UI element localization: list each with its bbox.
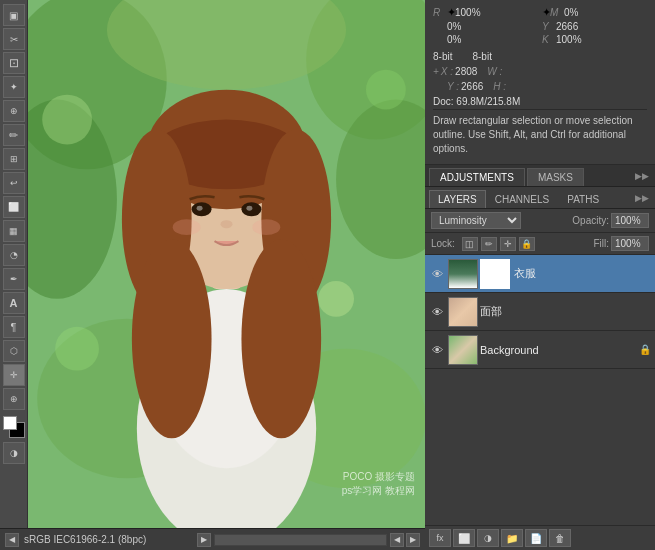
layer-name-mianbu: 面部 (480, 304, 651, 319)
cmyk-info-right: ✦ M 0% Y 2666 K 100% (542, 6, 647, 47)
blend-mode-select[interactable]: Luminosity Normal Multiply Screen Overla… (431, 212, 521, 229)
w-label: W : (487, 66, 502, 77)
doc-info: Doc: 69.8M/215.8M (433, 94, 647, 109)
svg-point-9 (366, 70, 406, 110)
status-scrollbar[interactable] (214, 534, 388, 546)
right-column: R ✦ 100% 0% 0% ✦ M (425, 0, 655, 550)
layer-panel-expand[interactable]: ▶▶ (633, 190, 651, 208)
tab-channels[interactable]: CHANNELS (486, 190, 558, 208)
watermark-line1: POCO 摄影专题 (342, 470, 415, 484)
svg-point-8 (42, 95, 92, 145)
svg-point-27 (173, 219, 201, 235)
layers-panel: Luminosity Normal Multiply Screen Overla… (425, 209, 655, 550)
tab-adjustments[interactable]: ADJUSTMENTS (429, 168, 525, 186)
tool-crop[interactable]: ⊡ (3, 52, 25, 74)
svg-point-24 (197, 206, 203, 211)
group-button[interactable]: 📁 (501, 529, 523, 547)
tool-eraser[interactable]: ⬜ (3, 196, 25, 218)
fill-value[interactable]: 100% (611, 236, 649, 251)
tool-zoom[interactable]: ⊕ (3, 388, 25, 410)
layer-eye-mianbu[interactable]: 👁 (429, 304, 445, 320)
watermark-line2: ps学习网 教程网 (342, 484, 415, 498)
adjustment-button[interactable]: ◑ (477, 529, 499, 547)
panel-expand-icon[interactable]: ▶▶ (633, 168, 651, 186)
lock-position-btn[interactable]: ✛ (500, 237, 516, 251)
tool-pen[interactable]: ✒ (3, 268, 25, 290)
tab-paths[interactable]: PATHS (558, 190, 608, 208)
add-mask-button[interactable]: ⬜ (453, 529, 475, 547)
lock-transparent-btn[interactable]: ◫ (462, 237, 478, 251)
layer-thumb-yifu (448, 259, 478, 289)
tool-eyedropper[interactable]: ✦ (3, 76, 25, 98)
tab-masks[interactable]: MASKS (527, 168, 584, 186)
layer-name-yifu: 衣服 (514, 266, 651, 281)
tool-history[interactable]: ↩ (3, 172, 25, 194)
new-layer-button[interactable]: 📄 (525, 529, 547, 547)
tool-shape[interactable]: ⬡ (3, 340, 25, 362)
layer-item-mianbu[interactable]: 👁 面部 (425, 293, 655, 331)
layers-toolbar: Luminosity Normal Multiply Screen Overla… (425, 209, 655, 233)
layer-eye-background[interactable]: 👁 (429, 342, 445, 358)
h-label: H : (493, 81, 506, 92)
tool-paragraph[interactable]: ¶ (3, 316, 25, 338)
svg-point-21 (241, 239, 321, 438)
opacity-label: Opacity: (572, 215, 609, 226)
colorimeter2-icon: ✦ (542, 6, 550, 19)
r-value: 100% (455, 7, 481, 18)
delete-layer-button[interactable]: 🗑 (549, 529, 571, 547)
k-label: K (542, 34, 556, 45)
layer-item-yifu[interactable]: 👁 衣服 (425, 255, 655, 293)
fill-group: Fill: 100% (593, 236, 649, 251)
tool-clone[interactable]: ⊞ (3, 148, 25, 170)
svg-point-25 (246, 206, 252, 211)
tool-text[interactable]: A (3, 292, 25, 314)
status-scroll-left[interactable]: ◀ (390, 533, 404, 547)
tool-brush[interactable]: ✏ (3, 124, 25, 146)
layer-thumb-background (448, 335, 478, 365)
y-value2: 2666 (461, 81, 483, 92)
opacity-group: Opacity: 100% (572, 213, 649, 228)
portrait-svg (28, 0, 425, 528)
photo-background: POCO 摄影专题 ps学习网 教程网 (28, 0, 425, 528)
tool-gradient[interactable]: ▦ (3, 220, 25, 242)
layer-mask-yifu (480, 259, 510, 289)
info-area: R ✦ 100% 0% 0% ✦ M (425, 0, 655, 165)
opacity-value[interactable]: 100% (611, 213, 649, 228)
tool-move[interactable]: ✛ (3, 364, 25, 386)
layer-lock-background: 🔒 (639, 344, 651, 355)
tab-layers[interactable]: LAYERS (429, 190, 486, 208)
tool-lasso[interactable]: ✂ (3, 28, 25, 50)
tools-strip: ▣ ✂ ⊡ ✦ ⊕ ✏ ⊞ ↩ ⬜ ▦ ◔ ✒ A ¶ ⬡ ✛ ⊕ (0, 0, 28, 528)
fx-button[interactable]: fx (429, 529, 451, 547)
coords-row: + X : 2808 W : (433, 64, 647, 79)
status-next-btn[interactable]: ▶ (197, 533, 211, 547)
r-label: R (433, 7, 447, 18)
tool-marquee[interactable]: ▣ (3, 4, 25, 26)
y-group: Y : 2666 (433, 81, 483, 92)
layer-eye-yifu[interactable]: 👁 (429, 266, 445, 282)
main-area: ▣ ✂ ⊡ ✦ ⊕ ✏ ⊞ ↩ ⬜ ▦ ◔ ✒ A ¶ ⬡ ✛ ⊕ (0, 0, 655, 550)
layer-item-background[interactable]: 👁 Background 🔒 (425, 331, 655, 369)
status-prev-btn[interactable]: ◀ (5, 533, 19, 547)
rgb-info-left: R ✦ 100% 0% 0% (433, 6, 538, 47)
tool-healing[interactable]: ⊕ (3, 100, 25, 122)
watermark: POCO 摄影专题 ps学习网 教程网 (342, 470, 415, 498)
bit-depth-right: 8-bit (472, 51, 491, 62)
lock-image-btn[interactable]: ✏ (481, 237, 497, 251)
color-swatches[interactable] (3, 416, 25, 438)
tool-dodge[interactable]: ◔ (3, 244, 25, 266)
x-value: 2808 (455, 66, 477, 77)
status-scroll-right[interactable]: ▶ (406, 533, 420, 547)
y-label: Y (542, 21, 556, 32)
color-profile: sRGB IEC61966-2.1 (8bpc) (20, 534, 196, 545)
colorimeter-icon: ✦ (447, 6, 455, 19)
svg-point-26 (221, 220, 233, 228)
m-label: M (550, 7, 564, 18)
k-value: 100% (556, 34, 582, 45)
tool-quickmask[interactable]: ◑ (3, 442, 25, 464)
help-text: Draw rectangular selection or move selec… (433, 109, 647, 160)
lock-all-btn[interactable]: 🔒 (519, 237, 535, 251)
svg-point-28 (252, 219, 280, 235)
adj-mask-tabs: ADJUSTMENTS MASKS ▶▶ (425, 165, 655, 187)
bit-depth-row: 8-bit 8-bit (433, 49, 647, 64)
